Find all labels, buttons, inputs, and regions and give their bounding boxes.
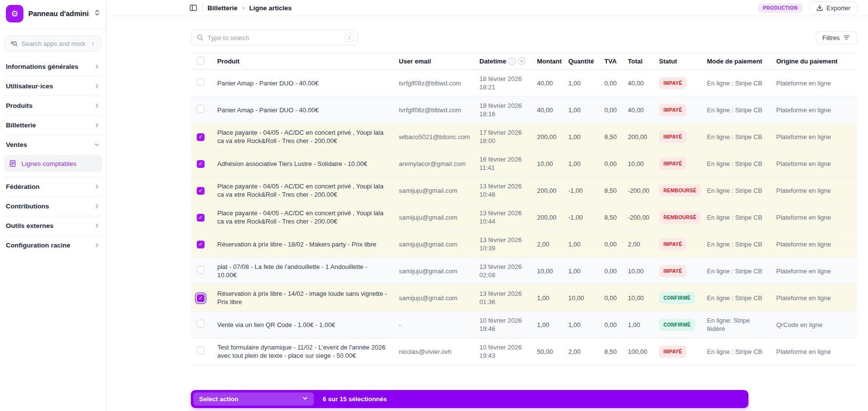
column-header-user-email[interactable]: User email bbox=[393, 53, 474, 70]
user-email-cell: nicolas@vivier.ovh bbox=[393, 338, 474, 365]
status-badge: IMPAYÉ bbox=[659, 265, 686, 277]
row-checkbox[interactable]: ✓ bbox=[197, 105, 205, 113]
sidebar-item-federation[interactable]: Fédération bbox=[4, 177, 102, 197]
montant-cell: 1,00 bbox=[531, 285, 562, 311]
selection-count: 6 sur 15 sélectionnés bbox=[323, 395, 387, 403]
row-checkbox[interactable]: ✓ bbox=[197, 294, 205, 302]
column-header-tva[interactable]: TVA bbox=[599, 53, 622, 70]
column-header-total[interactable]: Total bbox=[622, 53, 653, 70]
table-row[interactable]: ✓ plat - 07/08 - La fete de l'andouillet… bbox=[191, 258, 857, 285]
total-cell: 10,00 bbox=[622, 285, 653, 311]
column-header-statut[interactable]: Statut bbox=[653, 53, 701, 70]
chevron-down-icon bbox=[302, 395, 308, 403]
checkbox-cell: ✓ bbox=[191, 338, 211, 365]
download-icon bbox=[816, 4, 823, 11]
status-badge: CONFIRMÉ bbox=[659, 319, 695, 331]
column-header-mode-paiement[interactable]: Mode de paiement bbox=[701, 53, 770, 70]
table-row[interactable]: ✓ Adhésion associative Tiers Lustre - So… bbox=[191, 150, 857, 177]
column-header-montant[interactable]: Montant bbox=[531, 53, 562, 70]
checkbox-cell: ✓ bbox=[191, 150, 211, 177]
sidebar-item-configuration-racine[interactable]: Configuration racine bbox=[4, 236, 102, 255]
table-row[interactable]: ✓ Réservation à prix libre - 14/02 - ima… bbox=[191, 285, 857, 311]
statut-cell: IMPAYÉ bbox=[653, 150, 701, 177]
column-header-produit[interactable]: Produit bbox=[211, 53, 393, 70]
sidebar-item-utilisateur-ices[interactable]: Utilisateur·ices bbox=[4, 77, 102, 96]
tva-cell: 0,00 bbox=[599, 231, 622, 258]
status-badge: CONFIRMÉ bbox=[659, 292, 695, 304]
column-header-datetime[interactable]: Datetime ↑ ✕ bbox=[474, 53, 531, 70]
table-row[interactable]: ✓ Test formulaire dynamique - 11/02 - L'… bbox=[191, 338, 857, 365]
sort-asc-icon[interactable]: ↑ bbox=[509, 58, 516, 65]
row-checkbox[interactable]: ✓ bbox=[197, 320, 205, 328]
quantite-cell: -1,00 bbox=[562, 204, 599, 231]
montant-cell: 40,00 bbox=[531, 97, 562, 123]
row-checkbox[interactable]: ✓ bbox=[197, 78, 205, 86]
action-select[interactable]: Select action bbox=[193, 392, 314, 406]
statut-cell: IMPAYÉ bbox=[653, 123, 701, 150]
sidebar-item-contributions[interactable]: Contributions bbox=[4, 197, 102, 216]
table-row[interactable]: ✓ Vente via un lien QR Code - 1.00€ - 1.… bbox=[191, 311, 857, 338]
datetime-cell: 18 février 2026 18:21 bbox=[474, 70, 531, 97]
montant-cell: 40,00 bbox=[531, 70, 562, 97]
filters-button[interactable]: Filtres bbox=[816, 31, 857, 44]
table-row[interactable]: ✓ Réservation à prix libre - 18/02 - Mak… bbox=[191, 231, 857, 258]
montant-cell: 1,00 bbox=[531, 311, 562, 338]
row-checkbox[interactable]: ✓ bbox=[197, 241, 205, 248]
tva-cell: 0,00 bbox=[599, 70, 622, 97]
divider bbox=[202, 4, 203, 12]
table-row[interactable]: ✓ Place payante - 04/05 - AC/DC en conce… bbox=[191, 123, 857, 150]
table-search-input[interactable]: Type to search / bbox=[191, 30, 358, 45]
quantite-cell: 1,00 bbox=[562, 97, 599, 123]
origine-paiement-cell: Plateforme en ligne bbox=[770, 258, 857, 285]
table-row[interactable]: ✓ Panier Amap - Panier DUO - 40.00€ tvrf… bbox=[191, 97, 857, 123]
table-row[interactable]: ✓ Place payante - 04/05 - AC/DC en conce… bbox=[191, 177, 857, 204]
row-checkbox[interactable]: ✓ bbox=[197, 266, 205, 274]
user-email-cell: samijuju@gmail.com bbox=[393, 258, 474, 285]
row-checkbox[interactable]: ✓ bbox=[197, 133, 205, 141]
panel-toggle-icon[interactable] bbox=[189, 4, 197, 12]
total-cell: 1,00 bbox=[622, 311, 653, 338]
sidebar-item-outils-externes[interactable]: Outils externes bbox=[4, 216, 102, 236]
remove-sort-icon[interactable]: ✕ bbox=[518, 58, 525, 65]
user-email-cell: wibaco5021@bitonc.com bbox=[393, 123, 474, 150]
sidebar-item-informations-generales[interactable]: Informations générales bbox=[4, 57, 102, 77]
sidebar-search-input[interactable]: Search apps and model... t bbox=[5, 36, 101, 51]
product-cell: Place payante - 04/05 - AC/DC en concert… bbox=[211, 123, 393, 150]
table-row[interactable]: ✓ Panier Amap - Panier DUO - 40.00€ tvrf… bbox=[191, 70, 857, 97]
column-header-origine-paiement[interactable]: Origine du paiement bbox=[770, 53, 857, 70]
total-cell: 40,00 bbox=[622, 97, 653, 123]
sidebar-item-produits[interactable]: Produits bbox=[4, 96, 102, 116]
export-button[interactable]: Exporter bbox=[809, 1, 857, 15]
table-row[interactable]: ✓ Place payante - 04/05 - AC/DC en conce… bbox=[191, 204, 857, 231]
breadcrumb-section[interactable]: Billetterie bbox=[207, 4, 238, 12]
row-checkbox[interactable]: ✓ bbox=[197, 160, 205, 168]
sidebar-item-billetterie[interactable]: Billetterie bbox=[4, 116, 102, 135]
sidebar-item-lignes-comptables[interactable]: Lignes comptables bbox=[4, 155, 102, 172]
row-checkbox[interactable]: ✓ bbox=[197, 214, 205, 222]
tva-cell: 8,50 bbox=[599, 204, 622, 231]
datetime-cell: 13 février 2026 02:08 bbox=[474, 258, 531, 285]
user-email-cell: samijuju@gmail.com bbox=[393, 177, 474, 204]
column-header-quantite[interactable]: Quantité bbox=[562, 53, 599, 70]
origine-paiement-cell: Plateforme en ligne bbox=[770, 285, 857, 311]
chevron-up-down-icon[interactable] bbox=[94, 9, 100, 18]
tva-cell: 0,00 bbox=[599, 285, 622, 311]
user-email-cell: aremylacor@gmail.com bbox=[393, 150, 474, 177]
sidebar-item-ventes[interactable]: Ventes bbox=[4, 135, 102, 154]
user-email-cell: samijuju@gmail.com bbox=[393, 231, 474, 258]
row-checkbox[interactable]: ✓ bbox=[197, 347, 205, 354]
mode-paiement-cell: En ligne : Stripe CB bbox=[701, 231, 770, 258]
datetime-cell: 13 février 2026 10:46 bbox=[474, 177, 531, 204]
select-all-checkbox[interactable]: ✓ bbox=[197, 57, 205, 64]
sidebar-nav: Informations générales Utilisateur·ices … bbox=[0, 56, 106, 256]
datetime-cell: 16 février 2026 11:41 bbox=[474, 150, 531, 177]
row-checkbox[interactable]: ✓ bbox=[197, 187, 205, 195]
tva-cell: 8,50 bbox=[599, 177, 622, 204]
quantite-cell: 1,00 bbox=[562, 231, 599, 258]
brand-header[interactable]: ⚙ Panneau d'adminis... bbox=[0, 0, 106, 29]
quantite-cell: 1,00 bbox=[562, 70, 599, 97]
bulk-action-bar: Select action 6 sur 15 sélectionnés bbox=[191, 390, 748, 408]
total-cell: 10,00 bbox=[622, 258, 653, 285]
status-badge: IMPAYÉ bbox=[659, 238, 686, 250]
origine-paiement-cell: Plateforme en ligne bbox=[770, 97, 857, 123]
